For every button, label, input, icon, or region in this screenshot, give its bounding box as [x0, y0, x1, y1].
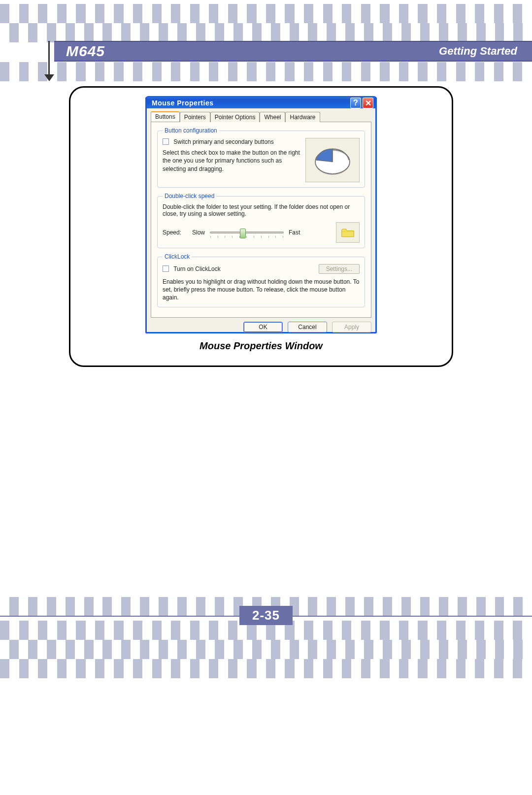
- page-header: M645 Getting Started: [54, 41, 532, 62]
- tab-hardware[interactable]: Hardware: [285, 112, 320, 122]
- header-arrow-line: [48, 62, 50, 74]
- double-click-legend: Double-click speed: [163, 193, 216, 199]
- checkbox-icon[interactable]: [163, 138, 169, 145]
- tab-strip: Buttons Pointers Pointer Options Wheel H…: [147, 108, 375, 122]
- tab-pointer-options[interactable]: Pointer Options: [210, 112, 260, 122]
- apply-button: Apply: [332, 322, 371, 332]
- tab-buttons[interactable]: Buttons: [151, 111, 180, 122]
- button-config-legend: Button configuration: [163, 127, 219, 134]
- switch-buttons-checkbox[interactable]: Switch primary and secondary buttons: [163, 138, 300, 146]
- close-icon[interactable]: ✕: [363, 98, 373, 108]
- help-icon[interactable]: ?: [350, 98, 361, 108]
- ok-button[interactable]: OK: [243, 322, 283, 332]
- window-title: Mouse Properties: [152, 99, 349, 107]
- double-click-description: Double-click the folder to test your set…: [163, 203, 360, 217]
- button-configuration-group: Button configuration Switch primary and …: [157, 127, 365, 188]
- slow-label: Slow: [192, 229, 205, 236]
- model-label: M645: [66, 43, 105, 60]
- click-lock-checkbox[interactable]: Turn on ClickLock: [163, 265, 221, 272]
- click-lock-description: Enables you to highlight or drag without…: [163, 278, 360, 302]
- down-arrow-icon: [44, 74, 54, 81]
- header-tick: [48, 41, 54, 62]
- settings-button: Settings...: [319, 264, 360, 274]
- titlebar[interactable]: Mouse Properties ? ✕: [145, 96, 377, 108]
- checkbox-icon[interactable]: [163, 265, 169, 272]
- dialog-buttons: OK Cancel Apply: [147, 322, 375, 337]
- button-config-description: Select this check box to make the button…: [163, 149, 300, 173]
- figure-frame: Mouse Properties ? ✕ Buttons Pointers Po…: [69, 86, 453, 367]
- tab-panel: Button configuration Switch primary and …: [151, 122, 371, 318]
- tab-wheel[interactable]: Wheel: [260, 112, 285, 122]
- speed-label: Speed:: [163, 229, 187, 236]
- mouse-properties-window: Mouse Properties ? ✕ Buttons Pointers Po…: [145, 98, 377, 333]
- folder-icon: [341, 227, 355, 238]
- click-lock-legend: ClickLock: [163, 253, 192, 260]
- figure-caption: Mouse Properties Window: [110, 340, 412, 352]
- click-lock-group: ClickLock Turn on ClickLock Settings... …: [157, 253, 365, 307]
- folder-test-area[interactable]: [336, 222, 360, 243]
- cancel-button[interactable]: Cancel: [288, 322, 327, 332]
- fast-label: Fast: [289, 229, 300, 236]
- decorative-checker: for(let i=0;i<28;i++)document.write('<di…: [0, 62, 532, 81]
- mouse-icon: [310, 143, 355, 177]
- mouse-preview: [305, 138, 360, 182]
- tab-pointers[interactable]: Pointers: [180, 112, 210, 122]
- page-number: 2-35: [239, 606, 293, 625]
- switch-buttons-label: Switch primary and secondary buttons: [173, 138, 273, 145]
- speed-slider[interactable]: [210, 232, 284, 233]
- click-lock-label: Turn on ClickLock: [173, 265, 221, 272]
- double-click-speed-group: Double-click speed Double-click the fold…: [157, 193, 365, 248]
- section-label: Getting Started: [439, 45, 517, 58]
